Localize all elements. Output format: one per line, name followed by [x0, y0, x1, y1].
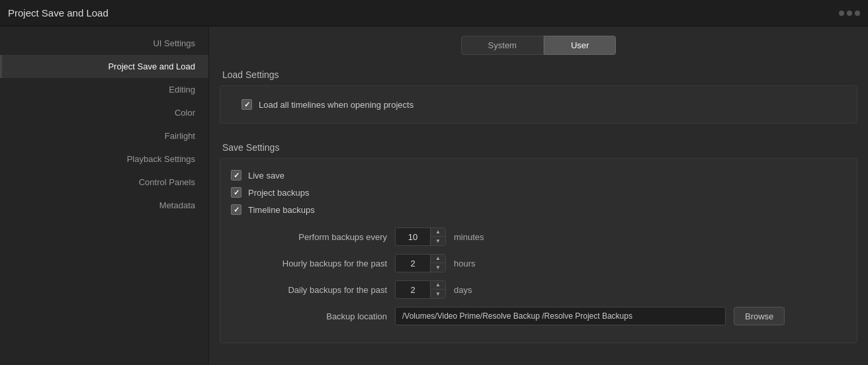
backup-location-label: Backup location	[241, 311, 387, 321]
hourly-backups-label: Hourly backups for the past	[241, 259, 387, 268]
window-controls	[839, 11, 860, 16]
tab-user[interactable]: User	[544, 36, 616, 55]
backup-freq-unit: minutes	[454, 232, 484, 242]
timeline-backups-checkbox[interactable]	[231, 204, 241, 215]
save-settings-box: Live save Project backups Timeline backu…	[220, 158, 857, 343]
browse-button[interactable]: Browse	[734, 307, 785, 325]
backup-freq-row: Perform backups every ▲ ▼ minutes	[241, 223, 836, 250]
window-title: Project Save and Load	[8, 7, 108, 19]
backup-freq-arrows: ▲ ▼	[430, 227, 445, 246]
live-save-label: Live save	[248, 171, 284, 181]
hourly-backups-down[interactable]: ▼	[431, 263, 445, 272]
sidebar-item-color[interactable]: Color	[0, 101, 208, 124]
load-settings-title: Load Settings	[209, 61, 868, 85]
sidebar-item-ui-settings[interactable]: UI Settings	[0, 32, 208, 55]
backup-path-display: /Volumes/Video Prime/Resolve Backup /Res…	[395, 307, 726, 325]
daily-backups-down[interactable]: ▼	[431, 290, 445, 299]
daily-backups-up[interactable]: ▲	[431, 280, 445, 290]
hourly-backups-up[interactable]: ▲	[431, 254, 445, 263]
backup-location-row: Backup location /Volumes/Video Prime/Res…	[241, 303, 836, 329]
sidebar-item-project-save-load[interactable]: Project Save and Load	[0, 55, 208, 78]
sidebar: UI Settings Project Save and Load Editin…	[0, 26, 209, 365]
backup-freq-value[interactable]	[396, 232, 430, 242]
window-dot-2	[847, 11, 852, 16]
window-dot-1	[839, 11, 844, 16]
hourly-backups-arrows: ▲ ▼	[430, 254, 445, 272]
sidebar-item-metadata[interactable]: Metadata	[0, 194, 208, 217]
timeline-backups-label: Timeline backups	[248, 205, 315, 215]
tabs-bar: System User	[209, 26, 868, 61]
load-timelines-label: Load all timelines when opening projects	[259, 100, 413, 110]
sidebar-item-editing[interactable]: Editing	[0, 78, 208, 101]
hourly-backups-row: Hourly backups for the past ▲ ▼ hours	[241, 250, 836, 276]
hourly-backups-value[interactable]	[396, 259, 430, 268]
project-backups-checkbox[interactable]	[231, 187, 241, 198]
window-dot-3	[855, 11, 860, 16]
spinners-container: Perform backups every ▲ ▼ minutes Hourly…	[231, 218, 846, 335]
load-timelines-checkbox[interactable]	[241, 99, 252, 110]
main-layout: UI Settings Project Save and Load Editin…	[0, 26, 868, 365]
daily-backups-value[interactable]	[396, 285, 430, 295]
daily-backups-unit: days	[454, 285, 472, 295]
sidebar-item-control-panels[interactable]: Control Panels	[0, 171, 208, 194]
project-backups-row: Project backups	[231, 184, 846, 201]
live-save-row: Live save	[231, 167, 846, 184]
timeline-backups-row: Timeline backups	[231, 201, 846, 218]
daily-backups-label: Daily backups for the past	[241, 285, 387, 295]
sidebar-item-playback-settings[interactable]: Playback Settings	[0, 147, 208, 171]
sidebar-item-fairlight[interactable]: Fairlight	[0, 124, 208, 147]
hourly-backups-spinner[interactable]: ▲ ▼	[395, 254, 446, 272]
backup-freq-up[interactable]: ▲	[431, 227, 445, 237]
live-save-checkbox[interactable]	[231, 170, 241, 181]
load-settings-box: Load all timelines when opening projects	[220, 85, 857, 124]
load-timelines-row: Load all timelines when opening projects	[231, 94, 846, 115]
backup-freq-label: Perform backups every	[241, 232, 387, 242]
hourly-backups-unit: hours	[454, 259, 476, 268]
save-settings-title: Save Settings	[209, 134, 868, 158]
title-bar: Project Save and Load	[0, 0, 868, 26]
tab-system[interactable]: System	[461, 36, 544, 55]
backup-freq-down[interactable]: ▼	[431, 237, 445, 246]
content-area: System User Load Settings Load all timel…	[209, 26, 868, 365]
daily-backups-arrows: ▲ ▼	[430, 280, 445, 299]
daily-backups-spinner[interactable]: ▲ ▼	[395, 280, 446, 299]
daily-backups-row: Daily backups for the past ▲ ▼ days	[241, 276, 836, 303]
backup-freq-spinner[interactable]: ▲ ▼	[395, 227, 446, 246]
project-backups-label: Project backups	[248, 188, 310, 198]
